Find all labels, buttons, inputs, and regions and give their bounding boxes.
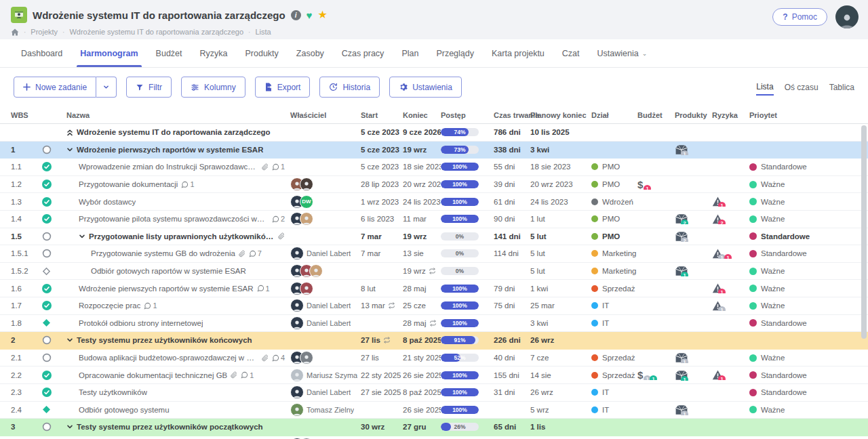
breadcrumb-item[interactable]: Projekty: [31, 28, 58, 36]
budget-dollar-icon[interactable]: $1: [637, 180, 643, 190]
info-icon[interactable]: i: [291, 10, 301, 20]
product-box-icon[interactable]: 1: [675, 370, 688, 381]
milestone-done-diamond-icon[interactable]: [42, 318, 51, 327]
task-row[interactable]: 2.1Budowa aplikacji budżetowo-sprawozdaw…: [0, 350, 868, 367]
task-row[interactable]: 2.3Testy użytkownikówDaniel Labert27 sie…: [0, 384, 868, 402]
task-row[interactable]: [0, 436, 868, 439]
milestone-open-diamond-icon[interactable]: [42, 267, 51, 276]
new-task-button[interactable]: Nowe zadanie: [14, 77, 96, 98]
owner-avatar[interactable]: [290, 369, 304, 382]
export-button[interactable]: Export: [255, 77, 311, 98]
user-avatar[interactable]: [835, 5, 859, 28]
status-done-check-icon[interactable]: [42, 197, 52, 207]
view-tablica[interactable]: Tablica: [829, 80, 854, 95]
task-row[interactable]: 1.5.2Odbiór gotowych raportów w systemie…: [0, 263, 868, 280]
column-header-owner[interactable]: Właściciel: [290, 111, 361, 119]
collapse-chevron-icon[interactable]: [79, 233, 85, 240]
column-header-name[interactable]: Nazwa: [66, 111, 290, 119]
task-row[interactable]: 2Testy systemu przez użytkowników końcow…: [0, 332, 868, 350]
risk-warning-icon[interactable]: 2: [712, 214, 724, 224]
attachment-icon[interactable]: [262, 354, 269, 362]
product-box-icon[interactable]: 1: [675, 404, 688, 415]
status-open-circle-icon[interactable]: [42, 422, 52, 432]
product-box-icon[interactable]: 1: [675, 144, 688, 155]
owner-avatar[interactable]: [300, 351, 313, 364]
comments-icon[interactable]: 1: [144, 301, 157, 310]
tab-przeglądy[interactable]: Przeglądy: [427, 39, 483, 67]
task-row[interactable]: 1.6Wdrożenie pierwszych raportów w syste…: [0, 280, 868, 297]
tab-karta-projektu[interactable]: Karta projektu: [483, 39, 553, 67]
tab-dashboard[interactable]: Dashboard: [12, 39, 71, 67]
column-header-progress[interactable]: Postęp: [441, 111, 494, 119]
collapse-chevron-icon[interactable]: [66, 146, 73, 153]
product-box-icon[interactable]: 1: [675, 266, 688, 276]
status-done-check-icon[interactable]: [42, 301, 52, 310]
breadcrumb-item[interactable]: Wdrożenie systemu IT do raportowania zar…: [69, 28, 243, 36]
comments-icon[interactable]: 7: [249, 249, 262, 257]
comments-icon[interactable]: 4: [272, 354, 285, 362]
column-header-wbs[interactable]: WBS: [11, 111, 42, 119]
breadcrumb-item[interactable]: Lista: [255, 28, 271, 36]
risk-warning-icon[interactable]: 1: [712, 301, 724, 311]
owner-avatar[interactable]: [290, 385, 304, 399]
task-row[interactable]: 1.4Przygotowanie pilota systemu sprawozd…: [0, 211, 868, 228]
status-done-check-icon[interactable]: [42, 284, 52, 293]
status-open-circle-icon[interactable]: [42, 145, 52, 154]
tab-budżet[interactable]: Budżet: [147, 39, 191, 67]
task-row[interactable]: 1.5.1Przygotowanie systemu GB do wdrożen…: [0, 245, 868, 263]
columns-button[interactable]: Kolumny: [181, 77, 245, 98]
milestone-done-diamond-icon[interactable]: [42, 405, 51, 414]
tab-produkty[interactable]: Produkty: [237, 39, 288, 67]
owner-avatar[interactable]: [290, 403, 304, 417]
task-row[interactable]: 1.5Przygotowanie listy uprawnionych użyt…: [0, 228, 868, 246]
collapse-chevron-icon[interactable]: [66, 337, 73, 343]
product-box-icon[interactable]: 2: [675, 231, 688, 242]
task-row[interactable]: 1.2Przygotowanie dokumentacji128 lip 202…: [0, 176, 868, 194]
attachment-icon[interactable]: [262, 163, 269, 171]
task-row[interactable]: 2.4Odbiór gotowego systemuTomasz Zielny2…: [0, 402, 868, 419]
column-header-duration[interactable]: Czas trwania: [494, 111, 530, 119]
attachment-icon[interactable]: [239, 250, 245, 257]
history-button[interactable]: Historia: [319, 77, 380, 98]
comments-icon[interactable]: 1: [181, 180, 194, 188]
task-row[interactable]: Wdrożenie systemu IT do raportowania zar…: [0, 124, 868, 142]
owner-avatar[interactable]: [290, 247, 304, 260]
collapse-chevron-icon[interactable]: [66, 423, 73, 430]
column-header-priority[interactable]: Prioytet: [749, 111, 838, 119]
status-open-circle-icon[interactable]: [42, 353, 52, 362]
status-done-check-icon[interactable]: [42, 180, 52, 189]
comments-icon[interactable]: 1: [257, 285, 270, 293]
task-row[interactable]: 3Testy systemu przez użytkowników począt…: [0, 419, 868, 436]
filter-button[interactable]: Filtr: [126, 77, 172, 98]
tab-czas-pracy[interactable]: Czas pracy: [333, 39, 393, 67]
status-done-check-icon[interactable]: [42, 371, 52, 380]
scrollbar-thumb[interactable]: [861, 125, 867, 339]
favorite-star-icon[interactable]: ★: [317, 9, 327, 20]
column-header-budget[interactable]: Budżet: [637, 111, 675, 119]
new-task-dropdown-button[interactable]: [96, 77, 117, 98]
owner-avatar[interactable]: [290, 316, 304, 330]
task-row[interactable]: 1.1Wprowadzenie zmian do Instrukcji Spra…: [0, 159, 868, 176]
column-header-planned-end[interactable]: Planowy koniec: [530, 111, 591, 119]
status-done-check-icon[interactable]: [42, 162, 52, 171]
settings-button[interactable]: Ustawienia: [389, 77, 462, 98]
comments-icon[interactable]: 2: [272, 215, 285, 223]
vertical-scrollbar[interactable]: [861, 125, 867, 438]
budget-dollar-icon[interactable]: $11: [637, 370, 643, 380]
column-header-risks[interactable]: Ryzyka: [712, 111, 749, 119]
owner-avatar[interactable]: [300, 177, 313, 191]
column-header-products[interactable]: Produkty: [675, 111, 712, 119]
attachment-icon[interactable]: [231, 371, 237, 379]
tab-ustawienia[interactable]: Ustawienia⌄: [589, 39, 656, 67]
tab-czat[interactable]: Czat: [553, 39, 589, 67]
risk-warning-icon[interactable]: 1: [712, 196, 724, 207]
tab-plan[interactable]: Plan: [393, 39, 427, 67]
task-row[interactable]: 1.7Rozpoczęcie prac1Daniel Labert13 mar2…: [0, 297, 868, 315]
help-button[interactable]: ? Pomoc: [772, 8, 827, 26]
task-row[interactable]: 1Wdrożenie pierwszych raportów w systemi…: [0, 142, 868, 159]
home-icon[interactable]: [11, 28, 19, 36]
comments-icon[interactable]: 1: [241, 371, 254, 379]
status-open-circle-icon[interactable]: [42, 232, 52, 241]
column-header-dept[interactable]: Dział: [591, 111, 637, 119]
health-icon[interactable]: ♥: [307, 10, 313, 20]
